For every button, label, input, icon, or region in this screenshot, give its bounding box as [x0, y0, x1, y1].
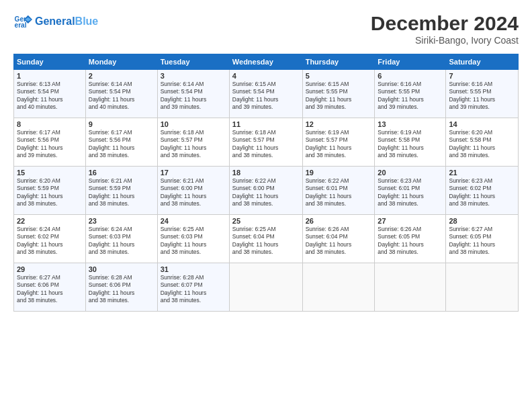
day-info: Sunrise: 6:14 AM Sunset: 5:54 PM Dayligh…	[89, 81, 154, 111]
day-number: 17	[161, 169, 226, 177]
day-info: Sunrise: 6:21 AM Sunset: 5:59 PM Dayligh…	[89, 177, 154, 208]
day-number: 19	[306, 169, 372, 177]
col-header-tuesday: Tuesday	[157, 54, 229, 70]
day-info: Sunrise: 6:23 AM Sunset: 6:01 PM Dayligh…	[378, 177, 443, 208]
day-number: 30	[89, 265, 154, 273]
calendar-week-row: 1Sunrise: 6:13 AM Sunset: 5:54 PM Daylig…	[14, 70, 519, 118]
day-info: Sunrise: 6:27 AM Sunset: 6:05 PM Dayligh…	[449, 226, 515, 257]
day-number: 11	[232, 120, 300, 128]
day-info: Sunrise: 6:15 AM Sunset: 5:54 PM Dayligh…	[232, 81, 300, 111]
day-info: Sunrise: 6:28 AM Sunset: 6:06 PM Dayligh…	[89, 274, 154, 305]
calendar-cell: 25Sunrise: 6:25 AM Sunset: 6:04 PM Dayli…	[229, 215, 302, 263]
day-number: 16	[89, 169, 154, 177]
day-number: 20	[378, 169, 443, 177]
day-info: Sunrise: 6:18 AM Sunset: 5:57 PM Dayligh…	[161, 129, 226, 160]
calendar-cell	[229, 263, 302, 312]
calendar-cell: 28Sunrise: 6:27 AM Sunset: 6:05 PM Dayli…	[446, 215, 519, 263]
logo-icon: Gen eral	[13, 12, 32, 31]
day-number: 9	[89, 120, 154, 128]
day-info: Sunrise: 6:27 AM Sunset: 6:06 PM Dayligh…	[17, 274, 83, 305]
col-header-sunday: Sunday	[14, 54, 86, 70]
day-info: Sunrise: 6:19 AM Sunset: 5:58 PM Dayligh…	[378, 129, 443, 160]
day-info: Sunrise: 6:25 AM Sunset: 6:03 PM Dayligh…	[161, 226, 226, 257]
day-number: 22	[17, 217, 83, 225]
calendar-week-row: 15Sunrise: 6:20 AM Sunset: 5:59 PM Dayli…	[14, 167, 519, 215]
day-number: 21	[449, 169, 515, 177]
calendar-cell: 26Sunrise: 6:26 AM Sunset: 6:04 PM Dayli…	[302, 215, 375, 263]
calendar-cell: 13Sunrise: 6:19 AM Sunset: 5:58 PM Dayli…	[375, 118, 446, 167]
calendar-cell: 7Sunrise: 6:16 AM Sunset: 5:55 PM Daylig…	[446, 70, 519, 118]
page-title: December 2024	[371, 12, 519, 35]
col-header-friday: Friday	[375, 54, 446, 70]
day-number: 29	[17, 265, 83, 273]
calendar-cell: 12Sunrise: 6:19 AM Sunset: 5:57 PM Dayli…	[302, 118, 375, 167]
page-subtitle: Siriki-Bango, Ivory Coast	[371, 35, 519, 46]
day-number: 27	[378, 217, 443, 225]
calendar-cell: 14Sunrise: 6:20 AM Sunset: 5:58 PM Dayli…	[446, 118, 519, 167]
day-info: Sunrise: 6:14 AM Sunset: 5:54 PM Dayligh…	[161, 81, 226, 111]
day-info: Sunrise: 6:22 AM Sunset: 6:01 PM Dayligh…	[306, 177, 372, 208]
calendar-cell: 30Sunrise: 6:28 AM Sunset: 6:06 PM Dayli…	[85, 263, 157, 312]
calendar-week-row: 8Sunrise: 6:17 AM Sunset: 5:56 PM Daylig…	[14, 118, 519, 167]
calendar-cell: 6Sunrise: 6:16 AM Sunset: 5:55 PM Daylig…	[375, 70, 446, 118]
calendar-cell: 29Sunrise: 6:27 AM Sunset: 6:06 PM Dayli…	[14, 263, 86, 312]
day-info: Sunrise: 6:24 AM Sunset: 6:02 PM Dayligh…	[17, 226, 83, 257]
day-info: Sunrise: 6:13 AM Sunset: 5:54 PM Dayligh…	[17, 81, 83, 111]
day-number: 23	[89, 217, 154, 225]
calendar-cell: 31Sunrise: 6:28 AM Sunset: 6:07 PM Dayli…	[157, 263, 229, 312]
day-info: Sunrise: 6:17 AM Sunset: 5:56 PM Dayligh…	[17, 129, 83, 160]
svg-text:eral: eral	[15, 21, 27, 29]
calendar-week-row: 22Sunrise: 6:24 AM Sunset: 6:02 PM Dayli…	[14, 215, 519, 263]
day-number: 8	[17, 120, 83, 128]
day-info: Sunrise: 6:26 AM Sunset: 6:04 PM Dayligh…	[306, 226, 372, 257]
calendar-cell: 15Sunrise: 6:20 AM Sunset: 5:59 PM Dayli…	[14, 167, 86, 215]
day-number: 7	[449, 72, 515, 80]
day-info: Sunrise: 6:25 AM Sunset: 6:04 PM Dayligh…	[232, 226, 300, 257]
day-number: 18	[232, 169, 300, 177]
day-info: Sunrise: 6:23 AM Sunset: 6:02 PM Dayligh…	[449, 177, 515, 208]
day-info: Sunrise: 6:20 AM Sunset: 5:59 PM Dayligh…	[17, 177, 83, 208]
day-info: Sunrise: 6:16 AM Sunset: 5:55 PM Dayligh…	[449, 81, 515, 111]
calendar-cell: 17Sunrise: 6:21 AM Sunset: 6:00 PM Dayli…	[157, 167, 229, 215]
day-info: Sunrise: 6:16 AM Sunset: 5:55 PM Dayligh…	[378, 81, 443, 111]
calendar-cell: 23Sunrise: 6:24 AM Sunset: 6:03 PM Dayli…	[85, 215, 157, 263]
calendar-cell: 5Sunrise: 6:15 AM Sunset: 5:55 PM Daylig…	[302, 70, 375, 118]
day-number: 24	[161, 217, 226, 225]
calendar-cell: 3Sunrise: 6:14 AM Sunset: 5:54 PM Daylig…	[157, 70, 229, 118]
day-number: 13	[378, 120, 443, 128]
calendar-cell	[446, 263, 519, 312]
day-info: Sunrise: 6:24 AM Sunset: 6:03 PM Dayligh…	[89, 226, 154, 257]
day-number: 2	[89, 72, 154, 80]
day-info: Sunrise: 6:18 AM Sunset: 5:57 PM Dayligh…	[232, 129, 300, 160]
day-info: Sunrise: 6:15 AM Sunset: 5:55 PM Dayligh…	[306, 81, 372, 111]
calendar-cell: 10Sunrise: 6:18 AM Sunset: 5:57 PM Dayli…	[157, 118, 229, 167]
col-header-wednesday: Wednesday	[229, 54, 302, 70]
calendar-cell: 9Sunrise: 6:17 AM Sunset: 5:56 PM Daylig…	[85, 118, 157, 167]
calendar-cell	[375, 263, 446, 312]
title-block: December 2024 Siriki-Bango, Ivory Coast	[371, 12, 519, 46]
calendar-cell: 24Sunrise: 6:25 AM Sunset: 6:03 PM Dayli…	[157, 215, 229, 263]
col-header-thursday: Thursday	[302, 54, 375, 70]
day-number: 31	[161, 265, 226, 273]
day-number: 12	[306, 120, 372, 128]
day-number: 1	[17, 72, 83, 80]
day-info: Sunrise: 6:28 AM Sunset: 6:07 PM Dayligh…	[161, 274, 226, 305]
day-number: 3	[161, 72, 226, 80]
day-number: 5	[306, 72, 372, 80]
calendar-cell: 4Sunrise: 6:15 AM Sunset: 5:54 PM Daylig…	[229, 70, 302, 118]
calendar-cell	[302, 263, 375, 312]
day-number: 14	[449, 120, 515, 128]
logo-blue: Blue	[75, 15, 99, 27]
day-info: Sunrise: 6:17 AM Sunset: 5:56 PM Dayligh…	[89, 129, 154, 160]
logo-general: General	[35, 15, 75, 27]
calendar-header-row: SundayMondayTuesdayWednesdayThursdayFrid…	[14, 54, 519, 70]
calendar-cell: 21Sunrise: 6:23 AM Sunset: 6:02 PM Dayli…	[446, 167, 519, 215]
calendar-cell: 1Sunrise: 6:13 AM Sunset: 5:54 PM Daylig…	[14, 70, 86, 118]
logo-text-line1: GeneralBlue	[35, 15, 98, 28]
calendar-table: SundayMondayTuesdayWednesdayThursdayFrid…	[13, 54, 519, 312]
calendar-cell: 16Sunrise: 6:21 AM Sunset: 5:59 PM Dayli…	[85, 167, 157, 215]
calendar-cell: 27Sunrise: 6:26 AM Sunset: 6:05 PM Dayli…	[375, 215, 446, 263]
day-info: Sunrise: 6:21 AM Sunset: 6:00 PM Dayligh…	[161, 177, 226, 208]
calendar-cell: 11Sunrise: 6:18 AM Sunset: 5:57 PM Dayli…	[229, 118, 302, 167]
day-number: 6	[378, 72, 443, 80]
